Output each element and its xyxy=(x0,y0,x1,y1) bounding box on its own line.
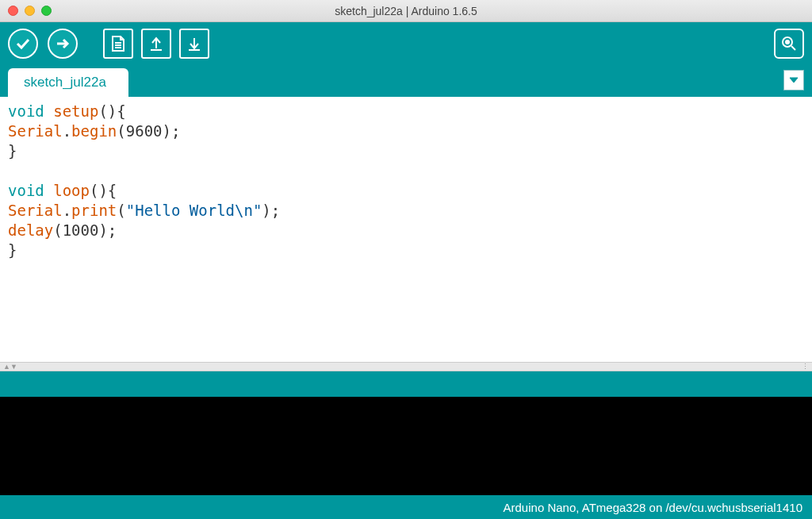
tab-sketch[interactable]: sketch_jul22a xyxy=(8,68,128,97)
arrow-down-icon xyxy=(186,35,202,52)
check-icon xyxy=(15,36,31,52)
window-titlebar: sketch_jul22a | Arduino 1.6.5 xyxy=(0,0,812,22)
resize-handle-icon[interactable]: ⋮ xyxy=(802,363,809,371)
svg-line-9 xyxy=(791,46,795,50)
upload-button[interactable] xyxy=(48,29,78,59)
board-port-label: Arduino Nano, ATmega328 on /dev/cu.wchus… xyxy=(504,501,802,514)
svg-point-10 xyxy=(786,40,789,44)
svg-marker-11 xyxy=(790,78,798,83)
file-icon xyxy=(110,35,126,52)
verify-button[interactable] xyxy=(8,29,38,59)
toolbar xyxy=(0,22,812,65)
magnifier-icon xyxy=(780,35,798,52)
save-sketch-button[interactable] xyxy=(179,29,209,59)
arrow-right-icon xyxy=(55,36,71,52)
open-sketch-button[interactable] xyxy=(141,29,171,59)
window-title: sketch_jul22a | Arduino 1.6.5 xyxy=(0,5,812,17)
new-sketch-button[interactable] xyxy=(103,29,133,59)
tab-menu-button[interactable] xyxy=(783,70,804,90)
output-console[interactable] xyxy=(0,397,812,495)
arrow-up-icon xyxy=(148,35,164,52)
tab-label: sketch_jul22a xyxy=(24,75,106,90)
serial-monitor-button[interactable] xyxy=(774,29,804,59)
code-editor[interactable]: void setup(){ Serial.begin(9600);}void l… xyxy=(0,97,812,362)
tab-bar: sketch_jul22a xyxy=(0,65,812,97)
chevron-down-icon xyxy=(789,75,799,85)
status-footer: Arduino Nano, ATmega328 on /dev/cu.wchus… xyxy=(0,495,812,519)
scroll-indicator-left: ▲▼ xyxy=(3,363,17,371)
message-bar xyxy=(0,371,812,397)
editor-status-strip: ▲▼ ⋮ xyxy=(0,362,812,371)
